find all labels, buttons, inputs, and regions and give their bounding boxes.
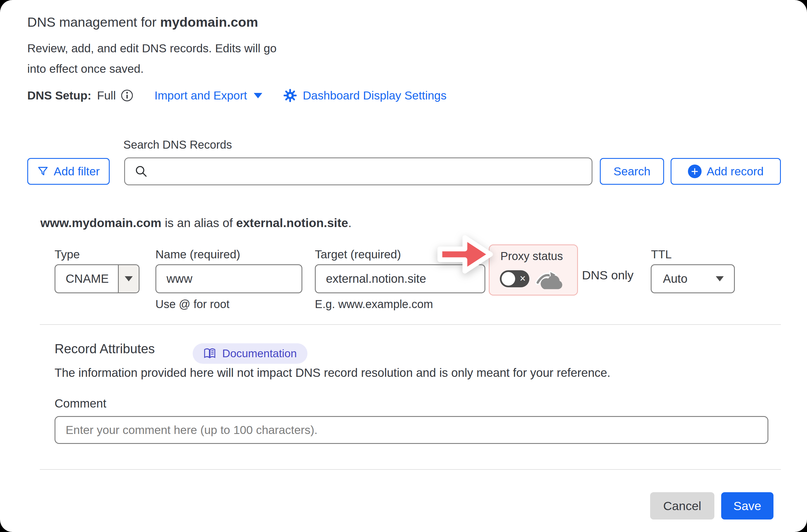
- search-dns-records-label: Search DNS Records: [123, 138, 232, 151]
- page-title-domain: mydomain.com: [160, 15, 258, 30]
- dashboard-display-settings-link[interactable]: Dashboard Display Settings: [283, 89, 446, 102]
- divider: [40, 324, 781, 325]
- cancel-button[interactable]: Cancel: [650, 492, 714, 519]
- comment-label: Comment: [55, 397, 106, 411]
- plus-circle-icon: +: [688, 165, 702, 178]
- dns-only-cloud-icon: [535, 265, 567, 292]
- dns-setup-label: DNS Setup:: [27, 89, 92, 102]
- proxy-status-panel: Proxy status ×: [489, 244, 578, 296]
- save-button[interactable]: Save: [721, 492, 773, 519]
- search-button[interactable]: Search: [600, 158, 664, 185]
- info-icon[interactable]: [120, 89, 134, 102]
- proxy-status-label: Proxy status: [500, 250, 563, 263]
- toggle-off-x-glyph: ×: [520, 273, 526, 284]
- add-filter-label: Add filter: [54, 165, 100, 178]
- type-select-value: CNAME: [55, 272, 118, 286]
- ttl-select[interactable]: Auto: [651, 264, 735, 293]
- open-book-icon: [204, 348, 216, 359]
- gear-icon: [283, 89, 297, 102]
- target-hint: E.g. www.example.com: [315, 298, 433, 311]
- ttl-label: TTL: [651, 248, 672, 261]
- comment-input[interactable]: [55, 416, 768, 444]
- import-export-link[interactable]: Import and Export: [155, 89, 263, 102]
- documentation-badge[interactable]: Documentation: [193, 343, 307, 364]
- divider: [40, 469, 781, 470]
- type-select[interactable]: CNAME: [55, 264, 139, 293]
- record-attributes-description: The information provided here will not i…: [55, 366, 610, 380]
- chevron-down-icon: [254, 93, 262, 98]
- name-label: Name (required): [155, 248, 241, 261]
- dns-setup-value: Full: [97, 89, 116, 102]
- add-record-button[interactable]: + Add record: [671, 158, 781, 185]
- page-title-prefix: DNS management for: [27, 15, 160, 30]
- target-field-value: external.notion.site: [326, 272, 426, 286]
- alias-target-domain: external.notion.site: [236, 216, 348, 230]
- chevron-down-icon: [125, 276, 133, 281]
- plus-glyph: +: [691, 165, 698, 178]
- subtitle-line-2: into effect once saved.: [27, 59, 276, 79]
- alias-middle-text: is an alias of: [161, 216, 236, 230]
- type-select-arrow-box[interactable]: [118, 265, 139, 292]
- page-subtitle: Review, add, and edit DNS records. Edits…: [27, 38, 276, 79]
- search-input[interactable]: [124, 157, 593, 185]
- name-field[interactable]: www: [155, 264, 302, 293]
- dashboard-display-settings-label: Dashboard Display Settings: [303, 89, 446, 102]
- documentation-badge-label: Documentation: [222, 347, 297, 360]
- target-label: Target (required): [315, 248, 401, 261]
- import-export-label: Import and Export: [155, 89, 247, 102]
- chevron-down-icon: [716, 276, 724, 281]
- page-title: DNS management for mydomain.com: [27, 14, 258, 30]
- ttl-select-value: Auto: [663, 272, 687, 286]
- add-record-label: Add record: [707, 165, 764, 178]
- dns-management-panel: DNS management for mydomain.com Review, …: [0, 0, 807, 532]
- name-field-value: www: [167, 272, 192, 286]
- record-attributes-heading: Record Attributes: [55, 341, 155, 356]
- proxy-status-text: DNS only: [582, 268, 634, 282]
- subtitle-line-1: Review, add, and edit DNS records. Edits…: [27, 38, 276, 59]
- search-magnifier-icon: [135, 165, 148, 178]
- name-hint: Use @ for root: [155, 298, 230, 311]
- alias-source-domain: www.mydomain.com: [40, 216, 161, 230]
- filter-funnel-icon: [37, 166, 49, 177]
- add-filter-button[interactable]: Add filter: [27, 158, 110, 185]
- type-label: Type: [55, 248, 80, 261]
- dns-setup-row: DNS Setup: Full Import and Export: [27, 89, 446, 102]
- red-callout-arrow-icon: [436, 231, 497, 279]
- proxy-toggle[interactable]: ×: [500, 270, 530, 287]
- toggle-knob: [501, 272, 515, 286]
- alias-sentence: www.mydomain.com is an alias of external…: [40, 216, 351, 230]
- alias-period: .: [348, 216, 351, 230]
